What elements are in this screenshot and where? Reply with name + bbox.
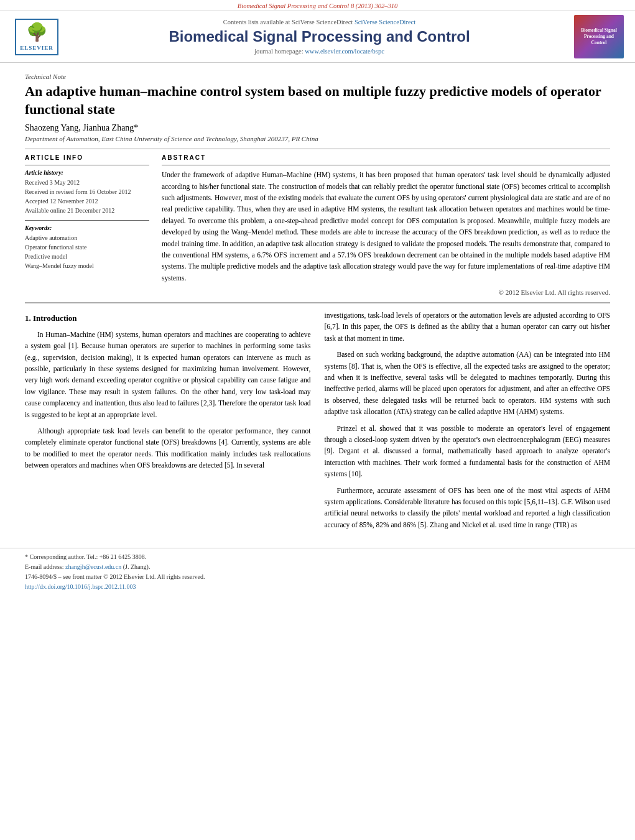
keywords-label: Keywords: — [25, 224, 149, 231]
elsevier-tree-icon: 🌳 — [20, 22, 53, 42]
history-label: Article history: — [25, 169, 149, 176]
body-p6: Furthermore, accurate assessment of OFS … — [325, 485, 611, 531]
body-col-right: investigations, task-load levels of oper… — [325, 310, 611, 535]
email-line: E-mail address: zhangjh@ecust.edu.cn (J.… — [25, 562, 610, 572]
copyright-line: © 2012 Elsevier Ltd. All rights reserved… — [162, 288, 610, 296]
authors-text: Shaozeng Yang, Jianhua Zhang* — [25, 123, 138, 132]
sciverse-line: Contents lists available at SciVerse Sci… — [71, 19, 568, 25]
corresponding-note: * Corresponding author. Tel.: +86 21 642… — [25, 552, 610, 562]
elsevier-label: ELSEVIER — [20, 45, 53, 51]
paper-title: An adaptive human–machine control system… — [25, 83, 610, 118]
section1-heading: 1. Introduction — [25, 312, 311, 325]
footer-notes: * Corresponding author. Tel.: +86 21 642… — [25, 552, 610, 592]
body-section: 1. Introduction In Human–Machine (HM) sy… — [25, 310, 610, 535]
main-content: Technical Note An adaptive human–machine… — [0, 63, 635, 542]
body-p3: investigations, task-load levels of oper… — [325, 310, 611, 344]
body-p5: Prinzel et al. showed that it was possib… — [325, 423, 611, 480]
email-link[interactable]: zhangjh@ecust.edu.cn — [65, 563, 121, 570]
article-info-divider — [25, 165, 149, 165]
abstract-divider — [162, 165, 610, 165]
body-p2: Although appropriate task load levels ca… — [25, 425, 311, 471]
body-p4: Based on such working background, the ad… — [325, 349, 611, 417]
article-info-title: ARTICLE INFO — [25, 154, 149, 161]
article-history: Received 3 May 2012 Received in revised … — [25, 178, 149, 215]
footer-issn: 1746-8094/$ – see front matter © 2012 El… — [25, 572, 610, 592]
received-date: Received 3 May 2012 — [25, 179, 80, 186]
article-info: ARTICLE INFO Article history: Received 3… — [25, 154, 149, 296]
kw3: Predictive model — [25, 253, 67, 260]
keywords: Adaptive automation Operator functional … — [25, 233, 149, 270]
elsevier-logo: 🌳 ELSEVIER — [9, 18, 65, 55]
abstract-col: ABSTRACT Under the framework of adaptive… — [162, 154, 610, 296]
journal-homepage: journal homepage: www.elsevier.com/locat… — [71, 48, 568, 55]
homepage-link[interactable]: www.elsevier.com/locate/bspc — [305, 48, 384, 55]
email-label: E-mail address: — [25, 563, 63, 570]
doi-link[interactable]: http://dx.doi.org/10.1016/j.bspc.2012.11… — [25, 583, 136, 590]
issn-text: 1746-8094/$ – see front matter © 2012 El… — [25, 573, 205, 580]
abstract-text: Under the framework of adaptive Human–Ma… — [162, 169, 610, 284]
article-type: Technical Note — [25, 73, 610, 80]
journal-logo-right: Biomedical Signal Processing and Control — [574, 15, 624, 58]
journal-header: 🌳 ELSEVIER Contents lists available at S… — [0, 11, 635, 63]
journal-logo-right-text: Biomedical Signal Processing and Control — [574, 25, 624, 47]
page-footer: * Corresponding author. Tel.: +86 21 642… — [0, 548, 635, 596]
sciverse-link[interactable]: SciVerse ScienceDirect — [355, 19, 415, 25]
journal-ref: Biomedical Signal Processing and Control… — [238, 2, 397, 9]
email-suffix: (J. Zhang). — [123, 563, 151, 570]
accepted-date: Accepted 12 November 2012 — [25, 198, 98, 205]
abstract-title: ABSTRACT — [162, 154, 610, 161]
received-revised-date: Received in revised form 16 October 2012 — [25, 188, 131, 195]
journal-top-bar: Biomedical Signal Processing and Control… — [0, 0, 635, 11]
journal-title: Biomedical Signal Processing and Control — [71, 28, 568, 46]
page: Biomedical Signal Processing and Control… — [0, 0, 635, 840]
available-online-date: Available online 21 December 2012 — [25, 207, 114, 214]
kw2: Operator functional state — [25, 244, 86, 251]
kw1: Adaptive automation — [25, 234, 77, 241]
kw4: Wang–Mendel fuzzy model — [25, 262, 94, 269]
info-abstract-section: ARTICLE INFO Article history: Received 3… — [25, 154, 610, 296]
header-center: Contents lists available at SciVerse Sci… — [65, 19, 574, 55]
section-divider — [25, 302, 610, 303]
authors: Shaozeng Yang, Jianhua Zhang* — [25, 123, 610, 133]
body-p1: In Human–Machine (HM) systems, human ope… — [25, 329, 311, 420]
affiliation: Department of Automation, East China Uni… — [25, 135, 610, 142]
body-col-left: 1. Introduction In Human–Machine (HM) sy… — [25, 310, 311, 535]
article-info-divider-2 — [25, 220, 149, 221]
divider-1 — [25, 149, 610, 149]
